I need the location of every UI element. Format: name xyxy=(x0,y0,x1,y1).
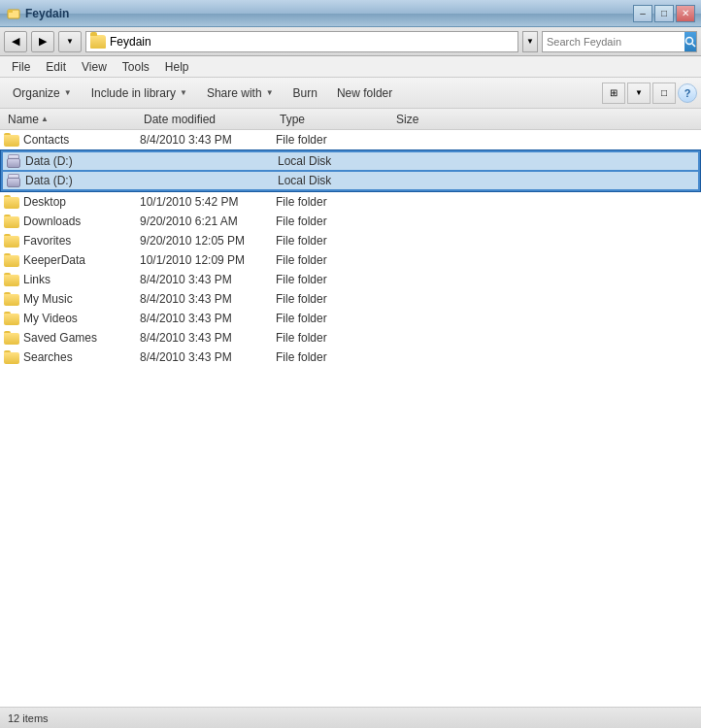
menu-edit[interactable]: Edit xyxy=(38,58,74,76)
organize-button[interactable]: Organize ▼ xyxy=(4,83,81,104)
folder-icon xyxy=(4,312,19,325)
file-type: File folder xyxy=(276,331,392,345)
column-modified-header[interactable]: Date modified xyxy=(140,111,276,128)
window-controls: – □ ✕ xyxy=(633,5,695,22)
burn-label: Burn xyxy=(293,86,317,100)
file-type: File folder xyxy=(276,195,392,209)
status-text: 12 items xyxy=(8,712,49,724)
file-row[interactable]: Data (D:)Local Disk xyxy=(2,171,699,190)
file-row[interactable]: Saved Games8/4/2010 3:43 PMFile folder xyxy=(0,328,701,347)
details-pane-button[interactable]: □ xyxy=(652,83,676,104)
column-size-header[interactable]: Size xyxy=(392,111,470,128)
file-row[interactable]: Contacts8/4/2010 3:43 PMFile folder xyxy=(0,130,701,149)
share-with-button[interactable]: Share with ▼ xyxy=(198,83,283,104)
column-headers: Name ▲ Date modified Type Size xyxy=(0,109,701,130)
minimize-button[interactable]: – xyxy=(633,5,652,22)
file-name: Links xyxy=(23,273,140,286)
file-row[interactable]: Favorites9/20/2010 12:05 PMFile folder xyxy=(0,231,701,250)
column-type-header[interactable]: Type xyxy=(276,111,392,128)
file-list: Contacts8/4/2010 3:43 PMFile folder Data… xyxy=(0,130,701,728)
window-icon xyxy=(6,6,21,21)
search-icon xyxy=(684,36,696,48)
file-row[interactable]: Links8/4/2010 3:43 PMFile folder xyxy=(0,270,701,289)
menu-bar: File Edit View Tools Help xyxy=(0,56,701,78)
folder-icon xyxy=(4,215,19,228)
menu-file[interactable]: File xyxy=(4,58,38,76)
include-in-library-button[interactable]: Include in library ▼ xyxy=(83,83,196,104)
menu-tools[interactable]: Tools xyxy=(115,58,157,76)
sort-arrow: ▲ xyxy=(41,115,49,123)
file-name: My Videos xyxy=(23,312,140,325)
file-modified: 10/1/2010 12:09 PM xyxy=(140,253,276,267)
file-name: Saved Games xyxy=(23,331,140,345)
file-modified: 8/4/2010 3:43 PM xyxy=(140,331,276,345)
file-name: Data (D:) xyxy=(25,154,142,168)
content-area: Name ▲ Date modified Type Size Contacts8… xyxy=(0,109,701,728)
address-field[interactable]: Feydain xyxy=(85,31,518,52)
maximize-button[interactable]: □ xyxy=(654,5,674,22)
svg-rect-1 xyxy=(8,10,13,13)
status-bar: 12 items xyxy=(0,707,701,728)
forward-button[interactable]: ▶ xyxy=(31,31,54,52)
file-modified: 8/4/2010 3:43 PM xyxy=(140,292,276,306)
include-label: Include in library xyxy=(91,86,176,100)
include-dropdown-icon: ▼ xyxy=(180,88,187,97)
file-type: Local Disk xyxy=(278,154,394,168)
address-folder-icon xyxy=(90,35,106,49)
file-type: File folder xyxy=(276,253,392,267)
file-modified: 8/4/2010 3:43 PM xyxy=(140,312,276,325)
file-row[interactable]: Desktop10/1/2010 5:42 PMFile folder xyxy=(0,192,701,212)
selection-box: Data (D:)Local Disk Data (D:)Local Disk xyxy=(0,149,701,192)
toolbar: Organize ▼ Include in library ▼ Share wi… xyxy=(0,78,701,109)
file-modified: 8/4/2010 3:43 PM xyxy=(140,133,276,147)
file-name: Data (D:) xyxy=(25,174,142,187)
window-title: Feydain xyxy=(25,7,633,20)
file-type: File folder xyxy=(276,292,392,306)
folder-icon xyxy=(4,292,19,306)
file-modified: 9/20/2010 6:21 AM xyxy=(140,215,276,228)
file-row[interactable]: KeeperData10/1/2010 12:09 PMFile folder xyxy=(0,250,701,270)
folder-icon xyxy=(4,133,19,147)
organize-label: Organize xyxy=(13,86,60,100)
file-type: File folder xyxy=(276,350,392,364)
back-button[interactable]: ◀ xyxy=(4,31,27,52)
folder-icon xyxy=(4,350,19,364)
file-name: Favorites xyxy=(23,234,140,248)
column-name-header[interactable]: Name ▲ xyxy=(4,111,140,128)
file-type: File folder xyxy=(276,273,392,286)
folder-icon xyxy=(4,273,19,286)
search-button[interactable] xyxy=(684,32,696,51)
close-button[interactable]: ✕ xyxy=(676,5,695,22)
toolbar-right: ⊞ ▼ □ ? xyxy=(602,83,697,104)
search-input[interactable] xyxy=(543,36,684,48)
file-modified: 9/20/2010 12:05 PM xyxy=(140,234,276,248)
views-button[interactable]: ⊞ xyxy=(602,83,625,104)
file-name: My Music xyxy=(23,292,140,306)
views-dropdown-button[interactable]: ▼ xyxy=(627,83,651,104)
address-dropdown[interactable]: ▼ xyxy=(522,31,538,52)
file-name: Desktop xyxy=(23,195,140,209)
file-row[interactable]: Searches8/4/2010 3:43 PMFile folder xyxy=(0,347,701,367)
file-modified: 8/4/2010 3:43 PM xyxy=(140,350,276,364)
recent-locations-button[interactable]: ▼ xyxy=(58,31,82,52)
burn-button[interactable]: Burn xyxy=(284,83,326,104)
address-text: Feydain xyxy=(110,35,151,49)
title-bar: Feydain – □ ✕ xyxy=(0,0,701,27)
file-type: File folder xyxy=(276,312,392,325)
new-folder-button[interactable]: New folder xyxy=(328,83,401,104)
organize-dropdown-icon: ▼ xyxy=(64,88,72,97)
file-name: Contacts xyxy=(23,133,140,147)
file-name: Searches xyxy=(23,350,140,364)
new-folder-label: New folder xyxy=(337,86,392,100)
menu-help[interactable]: Help xyxy=(157,58,197,76)
menu-view[interactable]: View xyxy=(74,58,115,76)
help-button[interactable]: ? xyxy=(678,83,697,103)
file-row[interactable]: My Videos8/4/2010 3:43 PMFile folder xyxy=(0,309,701,328)
search-box xyxy=(542,31,697,52)
file-row[interactable]: My Music8/4/2010 3:43 PMFile folder xyxy=(0,289,701,309)
file-row[interactable]: Data (D:)Local Disk xyxy=(2,151,699,171)
file-row[interactable]: Downloads9/20/2010 6:21 AMFile folder xyxy=(0,212,701,231)
svg-line-3 xyxy=(692,44,695,47)
share-dropdown-icon: ▼ xyxy=(266,88,274,97)
file-name: Downloads xyxy=(23,215,140,228)
